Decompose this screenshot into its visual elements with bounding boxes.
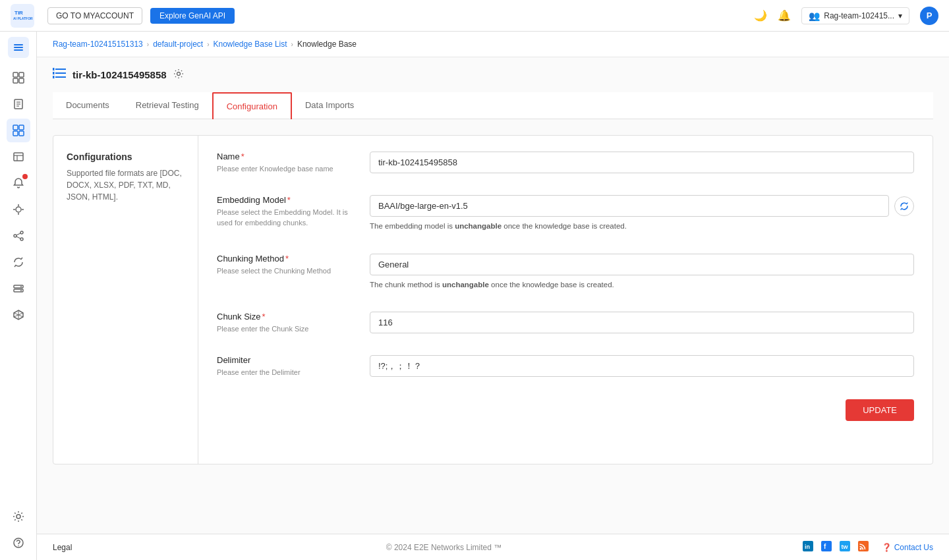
breadcrumb-kb-list[interactable]: Knowledge Base List <box>214 40 287 49</box>
breadcrumb: Rag-team-102415151313 › default-project … <box>37 32 949 57</box>
svg-rect-43 <box>53 76 55 78</box>
rss-icon[interactable] <box>858 541 869 553</box>
chunking-required-mark: * <box>285 254 289 264</box>
update-btn-row: UPDATE <box>217 399 914 421</box>
chevron-down-icon: ▾ <box>898 11 902 20</box>
svg-point-23 <box>14 235 16 237</box>
breadcrumb-sep-2: › <box>207 41 209 48</box>
svg-point-35 <box>16 515 20 518</box>
tab-retrieval-testing[interactable]: Retrieval Testing <box>123 92 212 119</box>
svg-rect-4 <box>14 47 23 48</box>
notification-badge <box>22 174 28 179</box>
embedding-model-note: The embedding model is unchangable once … <box>370 221 914 232</box>
content-area: Rag-team-102415151313 › default-project … <box>37 32 949 560</box>
svg-point-30 <box>20 290 22 291</box>
team-selector[interactable]: 👥 Rag-team-102415... ▾ <box>801 7 909 24</box>
chunking-method-hint: Please select the Chunking Method <box>217 266 349 276</box>
svg-rect-47 <box>821 541 832 551</box>
svg-rect-6 <box>13 72 18 77</box>
chunking-method-field: Chunking Method* Please select the Chunk… <box>217 254 914 291</box>
theme-toggle-button[interactable]: 🌙 <box>754 9 767 22</box>
breadcrumb-current: Knowledge Base <box>297 40 357 49</box>
delimiter-input-block <box>370 355 914 377</box>
footer: Legal © 2024 E2E Networks Limited ™ in f <box>37 534 949 560</box>
embedding-refresh-button[interactable] <box>894 196 914 216</box>
sidebar-item-file[interactable] <box>7 92 30 116</box>
embedding-model-field: Embedding Model* Please select the Embed… <box>217 195 914 232</box>
sidebar-item-share[interactable] <box>7 224 30 248</box>
name-label-block: Name* Please enter Knowledge base name <box>217 152 349 174</box>
svg-point-44 <box>177 72 180 76</box>
embedding-required-mark: * <box>287 195 291 205</box>
svg-line-25 <box>16 233 20 235</box>
footer-legal-link[interactable]: Legal <box>53 543 72 552</box>
sidebar-toggle[interactable] <box>8 37 29 58</box>
embedding-model-label: Embedding Model* <box>217 195 349 205</box>
breadcrumb-project[interactable]: default-project <box>153 40 203 49</box>
embedding-model-input-block: The embedding model is unchangable once … <box>370 195 914 232</box>
sidebar-item-sync[interactable] <box>7 250 30 274</box>
tab-configuration[interactable]: Configuration <box>212 92 292 119</box>
myaccount-button[interactable]: GO TO MYACCOUNT <box>47 7 142 24</box>
kb-settings-icon[interactable] <box>173 69 184 81</box>
people-icon: 👥 <box>809 11 820 21</box>
config-section: Configurations Supported file formats ar… <box>53 135 933 464</box>
delimiter-label: Delimiter <box>217 355 349 365</box>
svg-rect-7 <box>19 72 24 77</box>
sidebar-item-help[interactable] <box>7 531 30 555</box>
tab-documents[interactable]: Documents <box>53 92 123 119</box>
chunk-size-input-block <box>370 312 914 333</box>
tab-data-imports[interactable]: Data Imports <box>292 92 367 119</box>
svg-rect-17 <box>19 131 24 136</box>
svg-rect-16 <box>13 131 18 136</box>
embedding-model-input[interactable] <box>370 195 889 217</box>
avatar[interactable]: P <box>920 7 938 25</box>
chunking-method-input[interactable] <box>370 254 914 275</box>
logo-box: TIR AI PLATFORM <box>11 4 34 28</box>
sidebar-item-grid[interactable] <box>7 66 30 90</box>
breadcrumb-team[interactable]: Rag-team-102415151313 <box>53 40 143 49</box>
breadcrumb-sep-1: › <box>147 41 149 48</box>
linkedin-icon[interactable]: in <box>803 541 813 553</box>
svg-point-22 <box>20 231 23 234</box>
question-icon: ❓ <box>882 543 892 552</box>
sidebar-item-kb[interactable] <box>7 119 30 142</box>
chunk-size-input[interactable] <box>370 312 914 333</box>
update-button[interactable]: UPDATE <box>846 399 914 421</box>
chunk-size-hint: Please enter the Chunk Size <box>217 324 349 334</box>
svg-line-26 <box>16 237 20 238</box>
kb-header: tir-kb-102415495858 <box>53 68 933 82</box>
chunk-size-label-block: Chunk Size* Please enter the Chunk Size <box>217 312 349 334</box>
notifications-button[interactable]: 🔔 <box>778 9 791 22</box>
sidebar-item-cube[interactable] <box>7 303 30 327</box>
embedding-model-input-row <box>370 195 914 217</box>
sidebar-item-notifications[interactable] <box>7 171 30 195</box>
sidebar-item-pipeline[interactable] <box>7 198 30 221</box>
svg-rect-42 <box>53 72 55 74</box>
twitter-icon[interactable]: tw <box>840 541 850 553</box>
footer-contact-link[interactable]: ❓ Contact Us <box>882 543 933 552</box>
name-input[interactable] <box>370 152 914 173</box>
kb-list-icon <box>53 68 66 82</box>
footer-social: in f tw <box>803 541 869 553</box>
sidebar-item-storage[interactable] <box>7 277 30 300</box>
page-content: tir-kb-102415495858 Documents Retrieval … <box>37 57 949 534</box>
chunking-method-label-block: Chunking Method* Please select the Chunk… <box>217 254 349 276</box>
facebook-icon[interactable]: f <box>821 541 832 553</box>
svg-rect-18 <box>14 153 23 161</box>
sidebar-item-settings[interactable] <box>7 505 30 528</box>
svg-point-21 <box>16 207 21 212</box>
logo: TIR AI PLATFORM <box>11 4 34 28</box>
header-icons: 🌙 🔔 👥 Rag-team-102415... ▾ P <box>754 7 938 25</box>
footer-copyright: © 2024 E2E Networks Limited ™ <box>85 543 802 552</box>
chunking-method-input-block: The chunk method is unchangable once the… <box>370 254 914 291</box>
genai-button[interactable]: Explore GenAI API <box>150 8 235 24</box>
chunk-size-label: Chunk Size* <box>217 312 349 322</box>
sidebar-item-table[interactable] <box>7 145 30 169</box>
breadcrumb-sep-3: › <box>291 41 293 48</box>
chunking-method-label: Chunking Method* <box>217 254 349 264</box>
delimiter-input[interactable] <box>370 355 914 377</box>
team-name: Rag-team-102415... <box>824 11 894 20</box>
tabs: Documents Retrieval Testing Configuratio… <box>53 92 933 119</box>
name-required-mark: * <box>241 152 244 161</box>
